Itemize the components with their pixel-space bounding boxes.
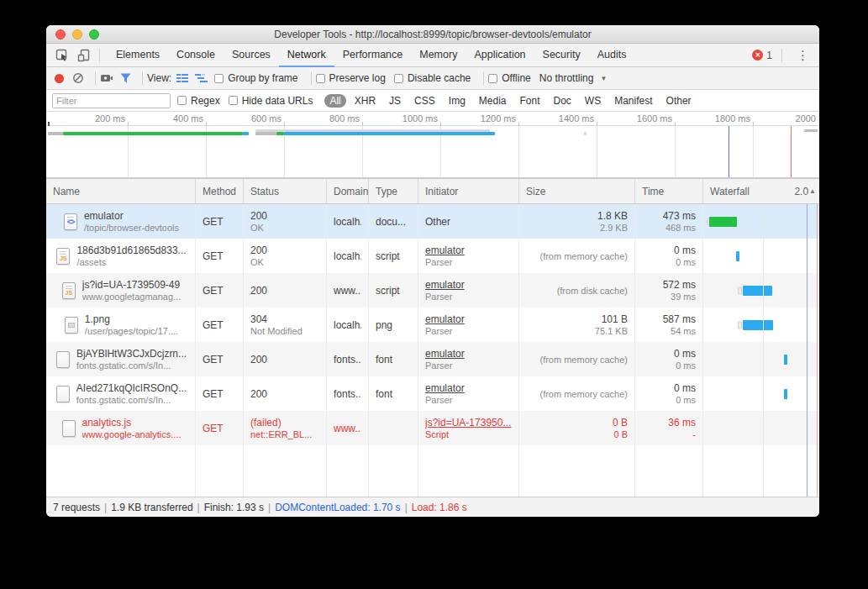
filter-type-other[interactable]: Other (661, 94, 697, 108)
column-header-waterfall[interactable]: Waterfall2.0▲ (703, 179, 819, 203)
group-by-frame-checkbox[interactable]: Group by frame (214, 72, 297, 84)
tab-network[interactable]: Network (279, 44, 334, 67)
time-value: 0 ms (674, 245, 696, 256)
file-file-icon (56, 351, 70, 368)
network-overview-timeline[interactable]: 200 ms400 ms600 ms800 ms1000 ms1200 ms14… (46, 112, 819, 179)
hide-data-urls-checkbox[interactable]: Hide data URLs (229, 95, 313, 107)
summary-segment: Load: 1.86 s (412, 502, 467, 513)
size-cell: 101 B75.1 KB (519, 308, 635, 342)
tab-console[interactable]: Console (168, 44, 224, 67)
column-header-name[interactable]: Name (46, 179, 196, 203)
network-request-row[interactable]: JS186d3b91d61865d833.../assetsGET200OKlo… (46, 239, 819, 273)
tab-audits[interactable]: Audits (589, 44, 635, 67)
checkbox-icon (394, 74, 403, 83)
initiator-link[interactable]: js?id=UA-173950... (425, 417, 512, 429)
overview-waterfall-icon (195, 73, 208, 83)
use-large-rows-toggle[interactable] (176, 73, 188, 83)
tab-sources[interactable]: Sources (224, 44, 279, 67)
initiator-link[interactable]: emulator (425, 313, 512, 325)
initiator-link[interactable]: emulator (425, 245, 512, 256)
status-cell: 200 (244, 342, 327, 376)
clear-network-log-button[interactable] (72, 72, 84, 84)
initiator-link[interactable]: emulator (425, 348, 512, 360)
zoom-window-button[interactable] (89, 29, 99, 39)
request-type: docu... (376, 216, 411, 228)
status-code: 200 (250, 210, 319, 222)
column-header-initiator[interactable]: Initiator (418, 179, 519, 203)
filter-type-img[interactable]: Img (444, 94, 471, 108)
filter-type-css[interactable]: CSS (409, 94, 440, 108)
tab-elements[interactable]: Elements (108, 44, 168, 67)
method-cell: GET (196, 273, 244, 308)
domain-cell: localh... (327, 239, 369, 273)
tab-application[interactable]: Application (466, 44, 534, 67)
overview-gridline (753, 126, 754, 177)
filter-type-xhr[interactable]: XHR (350, 94, 381, 108)
time-value: 473 ms (663, 210, 696, 222)
toggle-device-toolbar-button[interactable] (73, 45, 95, 66)
regex-checkbox[interactable]: Regex (177, 95, 220, 107)
size-cell: 1.8 KB2.9 KB (519, 204, 635, 239)
filler-cell (519, 445, 635, 497)
network-request-row[interactable]: AIed271kqQIcIRSOnQ...fonts.gstatic.com/s… (46, 376, 819, 411)
column-header-size[interactable]: Size (519, 179, 635, 203)
tab-memory[interactable]: Memory (411, 44, 466, 67)
inspect-element-button[interactable] (51, 45, 73, 66)
filter-type-js[interactable]: JS (384, 94, 406, 108)
filler-cell (635, 445, 703, 497)
column-header-status[interactable]: Status (244, 179, 327, 203)
filter-type-ws[interactable]: WS (580, 94, 606, 108)
request-type: script (376, 285, 411, 297)
tab-security[interactable]: Security (534, 44, 589, 67)
checkbox-icon (214, 74, 224, 83)
time-cell: 572 ms39 ms (635, 273, 703, 308)
network-request-row[interactable]: JSjs?id=UA-1739509-49www.googletagmanag.… (46, 273, 819, 308)
type-cell: script (369, 273, 418, 308)
column-header-time[interactable]: Time (635, 179, 703, 203)
more-options-menu-button[interactable]: ⋮ (792, 49, 814, 61)
filter-type-media[interactable]: Media (474, 94, 512, 108)
latency-value: - (692, 429, 696, 440)
close-window-button[interactable] (55, 29, 66, 39)
capture-screenshots-button[interactable] (100, 73, 113, 83)
network-request-row[interactable]: <>emulator/topic/browser-devtoolsGET200O… (46, 204, 819, 239)
initiator-link[interactable]: emulator (425, 382, 512, 394)
request-name-text: 1.png/user/pages/topic/17.... (85, 313, 178, 337)
disable-cache-checkbox[interactable]: Disable cache (394, 72, 471, 84)
error-count-badge[interactable]: ✕ 1 (752, 50, 772, 61)
checkbox-icon (316, 74, 325, 83)
network-request-row[interactable]: analytics.jswww.google-analytics....GET(… (46, 411, 819, 445)
initiator-link[interactable]: emulator (425, 279, 512, 291)
network-request-row[interactable]: 1.png/user/pages/topic/17....GET304Not M… (46, 308, 819, 342)
ruler-tick-label: 600 ms (251, 113, 281, 124)
name-cell: JSjs?id=UA-1739509-49www.googletagmanag.… (46, 273, 196, 308)
status-cell: 200 (244, 273, 327, 308)
chevron-down-icon: ▼ (600, 75, 607, 82)
time-cell: 0 ms0 ms (635, 376, 703, 411)
network-request-row[interactable]: BjAYBlHtW3CJxDcjzrn...fonts.gstatic.com/… (46, 342, 819, 376)
initiator-kind: Script (425, 429, 512, 440)
filter-type-font[interactable]: Font (515, 94, 545, 108)
record-network-log-button[interactable] (55, 74, 64, 83)
preserve-log-checkbox[interactable]: Preserve log (316, 72, 386, 84)
domain-cell: localh... (327, 308, 369, 342)
filter-type-doc[interactable]: Doc (549, 94, 576, 108)
filter-type-manifest[interactable]: Manifest (609, 94, 657, 108)
time-cell: 0 ms0 ms (635, 239, 703, 273)
camera-icon (100, 73, 113, 83)
throttling-dropdown[interactable]: No throttling ▼ (539, 72, 608, 84)
size-value: 1.8 KB (597, 210, 628, 222)
filter-type-all[interactable]: All (324, 94, 345, 108)
show-overview-toggle[interactable] (195, 73, 208, 83)
tab-performance[interactable]: Performance (334, 44, 412, 67)
size-transferred: 75.1 KB (595, 325, 628, 337)
column-header-domain[interactable]: Domain (327, 179, 369, 203)
filter-button[interactable] (120, 73, 131, 83)
offline-checkbox[interactable]: Offline (488, 72, 530, 84)
waterfall-cell (703, 411, 819, 445)
column-header-method[interactable]: Method (196, 179, 244, 203)
summary-segment: 7 requests (53, 502, 100, 513)
column-header-type[interactable]: Type (369, 179, 418, 203)
minimize-window-button[interactable] (72, 29, 82, 39)
filter-input[interactable] (52, 93, 171, 108)
